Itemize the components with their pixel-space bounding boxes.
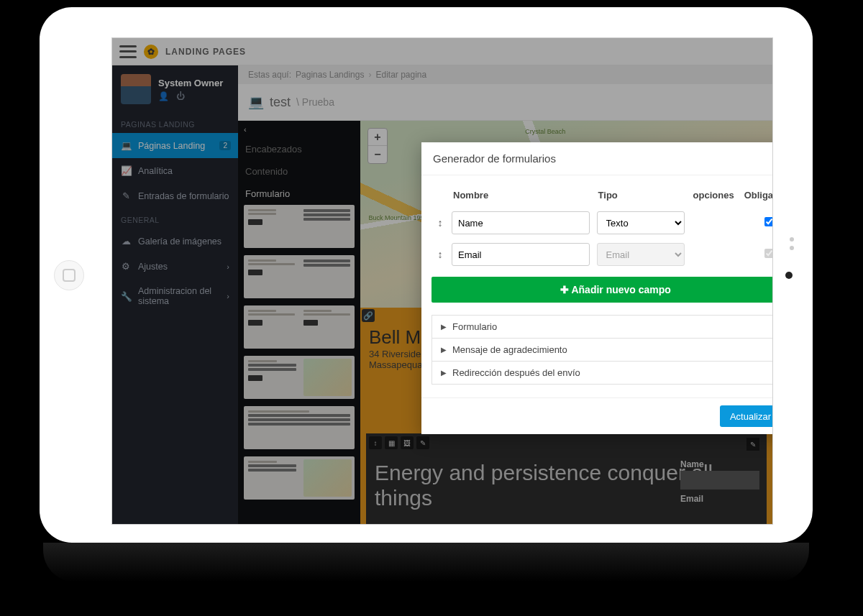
accordion-label: Redirección después del envío [452, 367, 580, 378]
home-button[interactable] [54, 260, 84, 290]
caret-right-icon: ▶ [441, 369, 447, 377]
col-opciones: opciones [689, 184, 739, 206]
accordion-label: Mensaje de agradecimiento [452, 344, 567, 355]
add-field-label: Añadir nuevo campo [571, 284, 670, 295]
required-checkbox[interactable] [764, 217, 773, 226]
accordion-redireccion[interactable]: ▶Redirección después del envío [432, 361, 773, 385]
col-obligatorio: Obligatorio [740, 184, 773, 206]
required-checkbox [764, 249, 773, 258]
modal-title: Generador de formularios [421, 142, 773, 175]
accordion-mensaje[interactable]: ▶Mensaje de agradecimiento [432, 338, 773, 362]
accordion-formulario[interactable]: ▶Formulario [432, 315, 773, 339]
caret-right-icon: ▶ [441, 323, 447, 331]
field-type-select: Email [597, 243, 685, 266]
update-button[interactable]: Actualizar [720, 405, 773, 427]
accordion-label: Formulario [452, 321, 497, 332]
col-tipo: Tipo [594, 184, 688, 206]
form-builder-modal: Generador de formularios Nombre Tipo opc… [421, 142, 773, 434]
caret-right-icon: ▶ [441, 346, 447, 354]
col-nombre: Nombre [449, 184, 593, 206]
field-name-input[interactable] [452, 243, 590, 266]
plus-icon: ✚ [560, 284, 569, 295]
drag-handle-icon[interactable]: ↕ [433, 208, 447, 238]
app-screen: ✿ LANDING PAGES System Owner 👤 ⏻ PAGINAS… [111, 37, 773, 525]
add-field-button[interactable]: ✚ Añadir nuevo campo [432, 277, 773, 303]
drag-handle-icon[interactable]: ↕ [433, 239, 447, 270]
camera-icon [785, 272, 793, 279]
field-type-select[interactable]: Texto [597, 211, 685, 234]
field-name-input[interactable] [452, 211, 590, 234]
tablet-frame: ✿ LANDING PAGES System Owner 👤 ⏻ PAGINAS… [40, 7, 813, 543]
